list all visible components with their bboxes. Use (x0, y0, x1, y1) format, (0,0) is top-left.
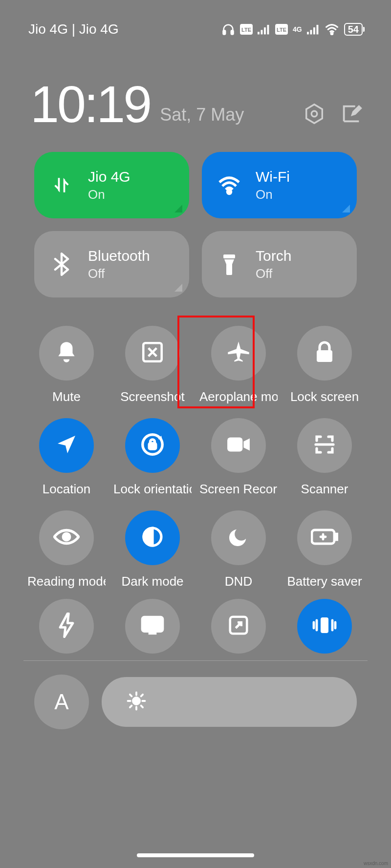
location-label: Location (43, 482, 90, 497)
svg-rect-20 (317, 350, 332, 362)
mobile-data-tile[interactable]: Jio 4G On (34, 152, 189, 218)
floating-window-tile[interactable] (211, 599, 266, 654)
lock-orient-icon (139, 431, 166, 460)
settings-icon[interactable] (303, 103, 326, 127)
svg-rect-18 (223, 254, 235, 258)
screenshot-icon (140, 340, 165, 366)
expand-corner-icon[interactable] (342, 205, 350, 212)
screen-rec-tile[interactable]: Screen Recorder (196, 404, 282, 497)
volte-icon-2: LTE (275, 24, 288, 35)
wifi-title: Wi-Fi (256, 169, 290, 185)
dark-mode-tile[interactable]: Dark mode (109, 497, 196, 589)
auto-brightness-button[interactable]: A (34, 675, 89, 729)
vibrate-tile[interactable] (297, 599, 352, 654)
svg-rect-6 (264, 27, 266, 34)
signal-4g-icon: 4G (293, 25, 302, 33)
lock-orient-tile[interactable]: Lock orientation (109, 404, 196, 497)
status-icons: LTE LTE 4G 54 (221, 22, 363, 36)
svg-rect-10 (307, 32, 309, 34)
svg-point-24 (63, 533, 70, 540)
headphones-icon (221, 22, 235, 36)
svg-rect-5 (261, 30, 263, 34)
bluetooth-tile[interactable]: Bluetooth Off (34, 231, 189, 297)
extra-tiles-row (0, 589, 391, 654)
wifi-tile[interactable]: Wi-Fi On (202, 152, 357, 218)
dnd-tile[interactable]: DND (196, 497, 282, 589)
expand-corner-icon[interactable] (174, 284, 182, 292)
header: 10:19 Sat, 7 May (0, 49, 391, 130)
brightness-slider[interactable] (102, 677, 357, 727)
bottom-bar: A (0, 661, 391, 729)
screenshot-tile[interactable]: Screenshot (109, 312, 196, 404)
screen-rec-label: Screen Recorder (199, 482, 278, 497)
status-bar: Jio 4G | Jio 4G LTE LTE 4G 54 (0, 0, 391, 49)
scanner-label: Scanner (301, 482, 348, 497)
scanner-tile[interactable]: Scanner (282, 404, 368, 497)
airplane-icon (226, 339, 251, 367)
expand-corner-icon[interactable] (174, 205, 182, 212)
svg-rect-12 (313, 27, 315, 34)
large-tiles: Jio 4G On Wi-Fi On Bluetooth Off Torch O… (0, 130, 391, 297)
torch-icon (217, 253, 242, 276)
battery-saver-tile[interactable]: Battery saver (282, 497, 368, 589)
svg-rect-23 (227, 437, 242, 451)
signal-icon-1 (258, 24, 270, 35)
torch-title: Torch (256, 248, 291, 264)
svg-rect-27 (335, 534, 337, 540)
wifi-sub: On (256, 187, 290, 202)
mobile-data-sub: On (88, 187, 130, 202)
cast-icon (140, 615, 165, 637)
bluetooth-icon (49, 253, 74, 276)
bolt-tile[interactable] (39, 599, 94, 654)
lock-screen-tile[interactable]: Lock screen (282, 312, 368, 404)
svg-point-32 (133, 698, 140, 704)
svg-text:LTE: LTE (277, 27, 286, 33)
watermark: wsxdn.com (364, 861, 388, 866)
torch-tile[interactable]: Torch Off (202, 231, 357, 297)
lock-orient-label: Lock orientation (113, 482, 192, 497)
dnd-label: DND (225, 574, 252, 589)
svg-rect-1 (231, 30, 234, 34)
bolt-icon (57, 613, 76, 640)
svg-rect-13 (316, 25, 318, 35)
volte-icon-1: LTE (240, 24, 253, 35)
mobile-data-title: Jio 4G (88, 169, 130, 185)
airplane-label: Aeroplane mode (199, 389, 278, 404)
svg-rect-31 (321, 617, 328, 633)
torch-sub: Off (256, 266, 291, 281)
cast-tile[interactable] (125, 599, 180, 654)
reading-mode-label: Reading mode (27, 574, 106, 589)
lock-icon (314, 340, 335, 366)
battery-icon: 54 (344, 23, 363, 36)
video-icon (226, 435, 251, 456)
svg-rect-11 (310, 30, 312, 34)
svg-rect-7 (267, 25, 269, 35)
mute-tile[interactable]: Mute (23, 312, 109, 404)
status-carrier: Jio 4G | Jio 4G (28, 21, 119, 37)
battery-saver-label: Battery saver (287, 574, 362, 589)
moon-icon (227, 526, 250, 550)
location-tile[interactable]: Location (23, 404, 109, 497)
reading-mode-tile[interactable]: Reading mode (23, 497, 109, 589)
wifi-icon (325, 23, 339, 35)
date-label: Sat, 7 May (160, 105, 244, 130)
bluetooth-sub: Off (88, 266, 150, 281)
edit-icon[interactable] (340, 103, 363, 127)
mute-label: Mute (52, 389, 81, 404)
svg-point-14 (331, 33, 333, 35)
battery-saver-icon (311, 528, 338, 548)
svg-point-16 (311, 111, 317, 117)
dark-mode-icon (141, 525, 164, 550)
airplane-tile[interactable]: Aeroplane mode (196, 312, 282, 404)
wifi-tile-icon (217, 173, 242, 197)
svg-point-17 (227, 190, 231, 193)
dark-mode-label: Dark mode (121, 574, 183, 589)
brightness-icon (126, 691, 147, 713)
clock: 10:19 (30, 78, 150, 130)
svg-rect-22 (149, 444, 156, 449)
small-tiles-grid: Mute Screenshot Aeroplane mode Lock scre… (0, 297, 391, 589)
lock-screen-label: Lock screen (290, 389, 359, 404)
svg-rect-29 (144, 619, 160, 630)
bell-icon (54, 340, 79, 366)
scan-icon (313, 433, 336, 458)
